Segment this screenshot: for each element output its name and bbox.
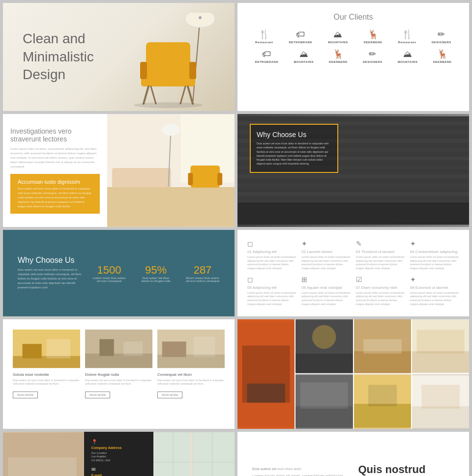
stat-label-2: Duis autem Vel illum dolore eu feugiat n… [139, 277, 173, 282]
feature-item-6: ⊞ 06 Aquam erat volutpat Lorem ipsum dol… [301, 276, 351, 307]
quote-small-text: Duis autem vel eum iriure dolor [252, 467, 349, 471]
hero-chair-illustration [117, 13, 225, 111]
contact-address-icon: 📍 [91, 439, 146, 445]
gallery-cell-warm1 [354, 319, 411, 374]
investigationes-highlight: Accumsan iusto dignissim Duis autem vel … [10, 174, 100, 214]
card-title-2: Dolore feugiat nulla [85, 372, 152, 377]
card-item-2: Dolore feugiat nulla Duis autem vel eum … [85, 329, 152, 398]
gallery-cell-warm2 [354, 374, 411, 429]
client-logo-retrobrand2: 🏷RETROBRAND [255, 49, 279, 63]
svg-rect-35 [237, 202, 469, 224]
investigationes-left: Investigationes vero straverunt lectores… [3, 114, 107, 227]
client-logo-deerbend2: 🦌DEERBEND [329, 49, 348, 63]
feature-icon-8: ✦ [410, 276, 459, 283]
quote-left-panel: Duis autem vel eum iriure dolor Lorem ip… [252, 467, 349, 476]
contact-address-body: Our LocationLos AngelesCA 90013, USA [91, 451, 146, 463]
feature-icon-1: ◻ [247, 240, 296, 248]
contact-address-title: Company Address [91, 446, 146, 449]
feature-item-7: ☑ 07 Diam nonummy nibh Lorem ipsum dolor… [356, 276, 405, 307]
svg-point-53 [312, 325, 336, 348]
svg-rect-19 [217, 173, 222, 185]
svg-rect-39 [47, 339, 71, 358]
feature-num-2: 02 Laoreet dolore [301, 250, 351, 254]
svg-line-8 [180, 86, 185, 104]
client-logo-mountains3: ⛰MOUNTAINS [398, 49, 417, 63]
client-logo-deerbend3: 🦌DEERBEND [433, 49, 452, 63]
cards-grid: Soluta esse molestie Duis autem vel eum … [13, 329, 225, 398]
gallery-cell-light2 [412, 374, 469, 429]
feature-icon-5: ◻ [247, 276, 296, 283]
card-readmore-1[interactable]: READ MORE [13, 392, 38, 398]
contact-map: We are here [153, 432, 235, 476]
why-stats-numbers: 1500 Lodem modo Duis autem vel eum conse… [92, 264, 220, 282]
card-readmore-2[interactable]: READ MORE [85, 392, 110, 398]
feature-item-2: ✦ 02 Laoreet dolore Lorem ipsum dolor si… [301, 240, 351, 271]
hero-title: Clean and Minimalistic Design [23, 30, 94, 84]
card-title-3: Consequat vel illum [157, 372, 225, 377]
feature-num-6: 06 Aquam erat volutpat [301, 285, 351, 290]
svg-rect-73 [153, 433, 235, 476]
card-readmore-3[interactable]: READ MORE [157, 392, 182, 398]
svg-rect-17 [190, 166, 220, 188]
why-highlight-box: Why Choose Us Duis autem vel eum iriure … [250, 124, 338, 173]
why-stats-body: Duis autem vel eum iriure dolor in hendr… [18, 268, 82, 290]
svg-rect-31 [237, 192, 469, 196]
slide-why-stats: Why Choose Us Duis autem vel eum iriure … [3, 230, 235, 316]
client-logo-designers2: ✏DESIGNERS [363, 49, 383, 63]
investigationes-body: Lorem ipsum dolor sit amet, consectetuer… [10, 147, 100, 169]
card-image-2 [85, 329, 152, 368]
slide-investigationes: Investigationes vero straverunt lectores… [3, 114, 235, 227]
svg-rect-55 [354, 351, 411, 372]
quote-body: Lorem ipsum dolor sit amet, consectetuer… [252, 473, 349, 476]
svg-rect-56 [363, 339, 402, 353]
svg-rect-10 [189, 62, 196, 79]
clients-row-1: 🍴Restaurant 🏷RETROBRAND ⛰MOUNTAINS 🦌DEER… [247, 29, 459, 44]
svg-rect-13 [107, 188, 235, 227]
feature-desc-5: Lorem ipsum dolor sit amet consectetuer … [247, 291, 296, 307]
card-desc-3: Duis autem vel eum iriure dolor in hendr… [157, 379, 225, 386]
slide-quote: Duis autem vel eum iriure dolor Lorem ip… [237, 432, 469, 476]
clients-row-2: 🏷RETROBRAND ⛰MOUNTAINS 🦌DEERBEND ✏DESIGN… [247, 49, 459, 63]
investigationes-highlight-desc: Duis autem vel eum iriure dolor in hendr… [18, 187, 92, 209]
hero-text-block: Clean and Minimalistic Design [23, 30, 94, 84]
investigationes-highlight-title: Accumsan iusto dignissim [18, 179, 92, 185]
feature-icon-4: ✦ [410, 240, 459, 248]
svg-rect-59 [416, 330, 464, 353]
svg-rect-16 [112, 168, 171, 188]
svg-rect-30 [237, 183, 469, 187]
feature-num-7: 07 Diam nonummy nibh [356, 285, 405, 290]
why-stats-heading: Why Choose Us [18, 256, 82, 265]
card-desc-2: Duis autem vel eum iriure dolor in hendr… [85, 379, 152, 386]
svg-rect-3 [146, 42, 190, 77]
why-stats-text: Why Choose Us Duis autem vel eum iriure … [18, 256, 82, 290]
contact-info-panel: 📍 Company Address Our LocationLos Angele… [84, 432, 153, 476]
client-logo-deerbend1: 🦌DEERBEND [364, 29, 383, 44]
svg-rect-43 [123, 341, 143, 356]
svg-rect-38 [23, 344, 42, 358]
stat-number-1: 1500 [92, 264, 126, 277]
feature-num-1: 01 Adipiscing elit [247, 250, 296, 254]
client-logo-restaurant1: 🍴Restaurant [255, 29, 273, 44]
features-grid: ◻ 01 Adipiscing elit Lorem ipsum dolor s… [247, 240, 459, 307]
feature-desc-3: Lorem ipsum dolor sit amet consectetuer … [356, 255, 405, 271]
slide-why-choose-dark-photo: Why Choose Us Duis autem vel eum iriure … [237, 114, 469, 227]
stat-item-95: 95% Duis autem Vel illum dolore eu feugi… [139, 264, 173, 282]
stat-number-3: 287 [185, 264, 220, 277]
svg-rect-52 [295, 353, 353, 372]
feature-num-4: 04 Consectetuer adipiscing [410, 250, 459, 254]
stat-label-3: Mirum notare Duis autem vel eum dolore c… [185, 277, 220, 282]
gallery-cell-gray1 [295, 319, 353, 374]
feature-item-4: ✦ 04 Consectetuer adipiscing Lorem ipsum… [410, 240, 459, 271]
feature-desc-7: Lorem ipsum dolor sit amet consectetuer … [356, 291, 405, 307]
feature-desc-1: Lorem ipsum dolor sit amet consectetuer … [247, 255, 296, 271]
feature-icon-2: ✦ [301, 240, 351, 248]
gallery-cell-light1 [412, 319, 469, 374]
svg-rect-64 [354, 404, 411, 427]
svg-line-6 [188, 86, 193, 104]
svg-rect-62 [300, 383, 348, 409]
contact-email-title: E-mail [91, 474, 146, 476]
slide-contact: 📍 Company Address Our LocationLos Angele… [3, 432, 235, 476]
gallery-cell-gray2 [295, 374, 353, 429]
client-logo-mountains2: ⛰MOUNTAINS [294, 49, 314, 63]
slide-clients: Our Clients 🍴Restaurant 🏷RETROBRAND ⛰MOU… [237, 3, 469, 111]
